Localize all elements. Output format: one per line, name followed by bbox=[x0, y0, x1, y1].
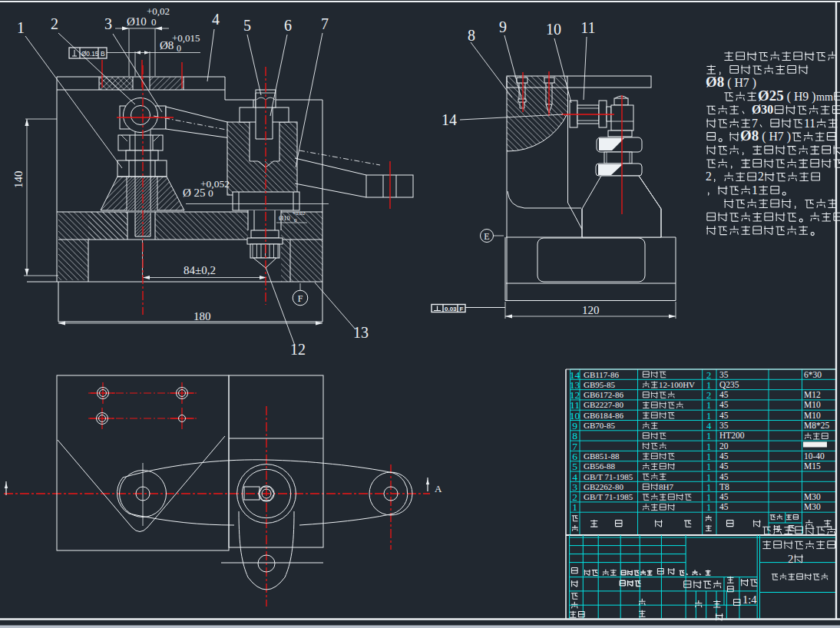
svg-text:1: 1 bbox=[17, 19, 25, 36]
svg-text:45: 45 bbox=[719, 472, 729, 481]
svg-text:2: 2 bbox=[51, 15, 58, 32]
svg-text:T8: T8 bbox=[719, 482, 729, 491]
svg-text:HT200: HT200 bbox=[719, 431, 745, 440]
svg-text:GB95-85: GB95-85 bbox=[584, 380, 615, 389]
svg-text:M30: M30 bbox=[804, 492, 821, 501]
svg-text:9: 9 bbox=[499, 18, 507, 35]
svg-text:GB851-88: GB851-88 bbox=[584, 451, 620, 461]
svg-text:6*30: 6*30 bbox=[804, 370, 822, 379]
svg-text:1: 1 bbox=[572, 501, 577, 513]
svg-text:Ø30: Ø30 bbox=[752, 103, 773, 116]
svg-text:Ø0.15: Ø0.15 bbox=[81, 51, 99, 58]
svg-text:M12: M12 bbox=[804, 390, 821, 399]
svg-text:10: 10 bbox=[546, 21, 561, 38]
svg-text:12: 12 bbox=[290, 341, 306, 358]
svg-text:45: 45 bbox=[719, 451, 729, 461]
svg-text:11: 11 bbox=[804, 117, 815, 130]
svg-text:0: 0 bbox=[208, 187, 213, 199]
svg-text:Ø8: Ø8 bbox=[740, 127, 759, 144]
svg-text:4: 4 bbox=[212, 11, 220, 28]
svg-text:( H7 ): ( H7 ) bbox=[724, 76, 756, 90]
svg-text:+0,02: +0,02 bbox=[293, 210, 306, 216]
svg-text:GB117-86: GB117-86 bbox=[584, 370, 620, 379]
svg-text:10-40: 10-40 bbox=[804, 451, 825, 461]
svg-text:+0,02: +0,02 bbox=[147, 5, 170, 17]
svg-text:Ø 25: Ø 25 bbox=[183, 187, 206, 199]
svg-text:GB/T 71-1985: GB/T 71-1985 bbox=[584, 492, 633, 501]
svg-text:0: 0 bbox=[177, 43, 181, 54]
svg-text:M30: M30 bbox=[804, 502, 821, 511]
svg-text:13: 13 bbox=[353, 324, 369, 341]
svg-text:1: 1 bbox=[752, 183, 758, 197]
svg-text:M10: M10 bbox=[804, 400, 821, 409]
svg-text:20: 20 bbox=[719, 441, 729, 451]
svg-text:7: 7 bbox=[321, 15, 329, 32]
svg-text:1: 1 bbox=[706, 461, 711, 472]
svg-text:2: 2 bbox=[788, 553, 793, 565]
svg-text:GB/T 71-1985: GB/T 71-1985 bbox=[584, 472, 633, 481]
svg-text:11: 11 bbox=[580, 19, 595, 36]
svg-text:( H9 ): ( H9 ) bbox=[784, 90, 816, 104]
svg-text:45: 45 bbox=[719, 390, 729, 399]
svg-text:45: 45 bbox=[719, 461, 729, 471]
svg-text:45: 45 bbox=[719, 492, 729, 501]
svg-text:Q235: Q235 bbox=[719, 380, 739, 389]
svg-text:2: 2 bbox=[706, 390, 711, 401]
svg-text:120: 120 bbox=[582, 304, 600, 316]
svg-text:12-100HV: 12-100HV bbox=[659, 380, 695, 389]
svg-text:1: 1 bbox=[706, 431, 711, 441]
svg-text:2: 2 bbox=[706, 170, 712, 183]
svg-text:1: 1 bbox=[706, 451, 711, 462]
svg-text:Ø10: Ø10 bbox=[279, 214, 290, 222]
svg-text:1: 1 bbox=[706, 482, 711, 493]
svg-text:4: 4 bbox=[706, 421, 712, 431]
svg-text:0.03: 0.03 bbox=[445, 306, 457, 312]
svg-text:1: 1 bbox=[706, 492, 711, 503]
svg-text:2: 2 bbox=[758, 170, 764, 183]
svg-text:1: 1 bbox=[706, 502, 711, 513]
svg-text:45: 45 bbox=[719, 400, 729, 409]
svg-text:8: 8 bbox=[468, 27, 475, 44]
svg-text:35: 35 bbox=[719, 421, 729, 430]
svg-text:6: 6 bbox=[284, 17, 292, 34]
svg-text:GB6184-86: GB6184-86 bbox=[584, 411, 623, 420]
svg-text:GB6172-86: GB6172-86 bbox=[584, 390, 623, 399]
svg-text:2: 2 bbox=[706, 370, 711, 381]
svg-text:mm: mm bbox=[816, 91, 833, 103]
svg-text:M8*25: M8*25 bbox=[804, 421, 829, 430]
svg-text:8H7: 8H7 bbox=[659, 482, 673, 491]
svg-text:F: F bbox=[460, 306, 464, 312]
svg-text:0: 0 bbox=[151, 16, 157, 28]
svg-text:GB2262-80: GB2262-80 bbox=[584, 482, 623, 491]
svg-text:1:4: 1:4 bbox=[742, 593, 757, 606]
svg-text:1: 1 bbox=[706, 472, 711, 483]
svg-text:1: 1 bbox=[706, 400, 711, 411]
svg-text:GB70-85: GB70-85 bbox=[584, 421, 615, 430]
svg-text:B: B bbox=[101, 50, 105, 58]
svg-text:3: 3 bbox=[104, 15, 112, 32]
svg-text:F: F bbox=[298, 293, 303, 304]
svg-text:180: 180 bbox=[193, 310, 211, 322]
svg-text:GB2227-80: GB2227-80 bbox=[584, 400, 623, 409]
svg-text:( H7 ): ( H7 ) bbox=[759, 130, 791, 144]
svg-text:45: 45 bbox=[719, 411, 729, 420]
svg-text:GB56-88: GB56-88 bbox=[584, 461, 615, 471]
svg-text:Ø8: Ø8 bbox=[706, 74, 724, 90]
svg-text:Ø10: Ø10 bbox=[127, 15, 147, 28]
svg-text:Ø25: Ø25 bbox=[758, 88, 784, 104]
svg-text:14: 14 bbox=[441, 111, 457, 128]
svg-text:1: 1 bbox=[706, 411, 711, 421]
svg-text:+0,015: +0,015 bbox=[172, 32, 200, 44]
svg-text:45: 45 bbox=[719, 502, 729, 511]
svg-text:1: 1 bbox=[706, 441, 711, 452]
svg-text:E: E bbox=[484, 231, 489, 242]
svg-text:1: 1 bbox=[706, 380, 711, 391]
svg-text:84±0,2: 84±0,2 bbox=[184, 264, 216, 276]
svg-text:M15: M15 bbox=[804, 461, 821, 471]
svg-text:A: A bbox=[435, 483, 442, 494]
svg-text:140: 140 bbox=[12, 171, 25, 189]
svg-text:M10: M10 bbox=[804, 411, 821, 420]
svg-text:5: 5 bbox=[243, 17, 251, 34]
svg-text:35: 35 bbox=[719, 370, 729, 379]
